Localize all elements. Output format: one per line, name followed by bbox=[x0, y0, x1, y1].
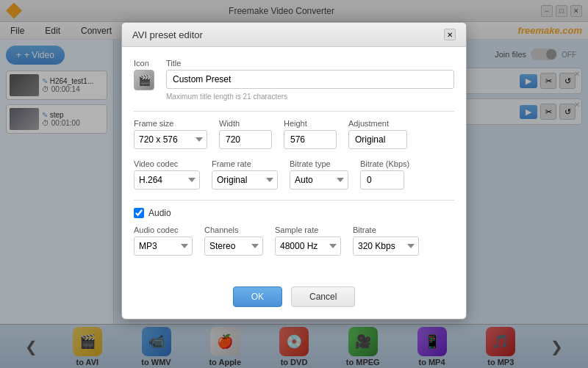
icon-preview[interactable]: 🎬 bbox=[134, 70, 154, 90]
height-input[interactable] bbox=[284, 130, 337, 149]
bitrate-type-label: Bitrate type bbox=[290, 159, 348, 168]
divider-1 bbox=[134, 111, 454, 112]
channels-group: Channels Stereo Mono 5.1 bbox=[204, 226, 263, 256]
modal-title-bar: AVI preset editor ✕ bbox=[122, 23, 466, 47]
video-codec-group: Video codec H.264 MPEG-4 MPEG-2 XVID bbox=[134, 159, 200, 190]
divider-2 bbox=[134, 200, 454, 201]
bitrate-type-select[interactable]: Auto VBR CBR bbox=[290, 170, 348, 190]
width-input[interactable] bbox=[219, 130, 272, 149]
audio-codec-row: Audio codec MP3 AAC AC3 OGG Channels Ste… bbox=[134, 226, 454, 256]
frame-size-select[interactable]: 720 x 576 1280 x 720 1920 x 1080 Custom bbox=[134, 130, 207, 149]
width-label: Width bbox=[219, 119, 272, 128]
audio-codec-group: Audio codec MP3 AAC AC3 OGG bbox=[134, 226, 193, 256]
frame-size-label: Frame size bbox=[134, 119, 207, 128]
channels-select[interactable]: Stereo Mono 5.1 bbox=[204, 237, 263, 256]
adjustment-input[interactable] bbox=[348, 130, 407, 149]
icon-title-row: Icon 🎬 Title Maximum title length is 21 … bbox=[134, 59, 454, 101]
icon-group: Icon 🎬 bbox=[134, 59, 154, 90]
modal-overlay: AVI preset editor ✕ Icon 🎬 Title Maximum… bbox=[0, 0, 588, 368]
bitrate-kbps-label: Bitrate (Kbps) bbox=[360, 159, 409, 168]
sample-rate-label: Sample rate bbox=[275, 226, 341, 234]
frame-rate-group: Frame rate Original 24 25 29.97 30 bbox=[212, 159, 278, 190]
audio-checkbox[interactable] bbox=[134, 208, 144, 218]
sample-rate-group: Sample rate 48000 Hz 44100 Hz 22050 Hz bbox=[275, 226, 341, 256]
adjustment-label: Adjustment bbox=[348, 119, 407, 128]
avi-preset-editor-modal: AVI preset editor ✕ Icon 🎬 Title Maximum… bbox=[121, 22, 467, 320]
title-group: Title Maximum title length is 21 charact… bbox=[166, 59, 454, 101]
modal-body: Icon 🎬 Title Maximum title length is 21 … bbox=[122, 47, 466, 278]
audio-bitrate-select[interactable]: 320 Kbps 256 Kbps 192 Kbps 128 Kbps bbox=[353, 237, 419, 256]
video-codec-select[interactable]: H.264 MPEG-4 MPEG-2 XVID bbox=[134, 170, 200, 190]
modal-title: AVI preset editor bbox=[132, 29, 203, 40]
width-group: Width bbox=[219, 119, 272, 149]
bitrate-kbps-group: Bitrate (Kbps) bbox=[360, 159, 409, 190]
audio-checkbox-row: Audio bbox=[134, 208, 454, 218]
title-field-label: Title bbox=[166, 59, 454, 68]
icon-label: Icon bbox=[134, 59, 154, 68]
frame-rate-label: Frame rate bbox=[212, 159, 278, 168]
audio-bitrate-label: Bitrate bbox=[353, 226, 419, 234]
adjustment-group: Adjustment bbox=[348, 119, 407, 149]
audio-bitrate-group: Bitrate 320 Kbps 256 Kbps 192 Kbps 128 K… bbox=[353, 226, 419, 256]
video-codec-row: Video codec H.264 MPEG-4 MPEG-2 XVID Fra… bbox=[134, 159, 454, 190]
modal-close-button[interactable]: ✕ bbox=[444, 29, 456, 40]
audio-codec-select[interactable]: MP3 AAC AC3 OGG bbox=[134, 237, 193, 256]
video-codec-label: Video codec bbox=[134, 159, 200, 168]
frame-rate-select[interactable]: Original 24 25 29.97 30 bbox=[212, 170, 278, 190]
height-group: Height bbox=[284, 119, 337, 149]
audio-label[interactable]: Audio bbox=[148, 208, 171, 218]
height-label: Height bbox=[284, 119, 337, 128]
frame-size-group: Frame size 720 x 576 1280 x 720 1920 x 1… bbox=[134, 119, 207, 149]
channels-label: Channels bbox=[204, 226, 263, 234]
title-input[interactable] bbox=[166, 70, 454, 89]
title-hint: Maximum title length is 21 characters bbox=[166, 93, 454, 101]
bitrate-kbps-input[interactable] bbox=[360, 170, 404, 190]
cancel-button[interactable]: Cancel bbox=[291, 286, 355, 307]
frame-size-row: Frame size 720 x 576 1280 x 720 1920 x 1… bbox=[134, 119, 454, 149]
ok-button[interactable]: OK bbox=[233, 286, 282, 307]
modal-buttons: OK Cancel bbox=[122, 278, 466, 319]
sample-rate-select[interactable]: 48000 Hz 44100 Hz 22050 Hz bbox=[275, 237, 341, 256]
audio-codec-label: Audio codec bbox=[134, 226, 193, 234]
bitrate-type-group: Bitrate type Auto VBR CBR bbox=[290, 159, 348, 190]
